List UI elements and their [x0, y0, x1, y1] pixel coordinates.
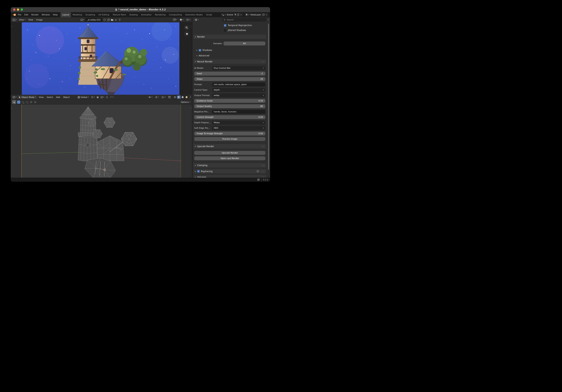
menu-render[interactable]: Render [30, 12, 40, 17]
select-mode-extend-button[interactable]: + [21, 101, 24, 104]
fullscreen-window-button[interactable] [21, 9, 23, 11]
drag-handle-icon[interactable]: :::: [261, 170, 265, 172]
scene-selector[interactable]: ▾ Scene × [221, 13, 243, 17]
unlink-scene-icon[interactable]: × [240, 13, 242, 16]
transform-orientation-dropdown[interactable]: Global ▾ [76, 96, 90, 98]
pivot-point-button[interactable]: ▾ [90, 95, 95, 99]
depth-preprocessor-dropdown[interactable]: Midas ▾ [212, 121, 265, 125]
pin-icon[interactable] [234, 13, 236, 16]
tab-modeling[interactable]: Modeling [71, 12, 84, 17]
search-box[interactable] [222, 18, 267, 22]
select-mode-intersect-button[interactable] [34, 101, 37, 104]
shadows-subpanel[interactable]: ▸ ✓ Shadows [194, 48, 265, 53]
tab-rendering[interactable]: Rendering [153, 12, 167, 17]
tab-texture-paint[interactable]: Texture Paint [111, 12, 128, 17]
viewport-menu-view[interactable]: View [37, 96, 45, 98]
toolbar-expand-icon[interactable]: › [12, 25, 12, 27]
properties-editor-type-button[interactable]: ▾ [194, 18, 199, 22]
tab-layout[interactable]: Layout [60, 12, 71, 17]
show-overlays-button[interactable]: ▾ [161, 95, 166, 99]
raytracing-panel-header[interactable]: ▸ ✓ Raytracing :::: [193, 169, 266, 173]
shading-rendered-button[interactable] [185, 95, 188, 99]
render-panel-header[interactable]: ▾ Render [193, 35, 266, 39]
show-gizmo-button[interactable]: ▾ [154, 95, 160, 99]
tab-compositing[interactable]: Compositing [167, 12, 184, 17]
upscale-render-button[interactable]: Upscale Render [194, 151, 265, 155]
image-name-field[interactable]: _ai.webp.010 [85, 18, 103, 22]
tab-shading[interactable]: Shading [128, 12, 140, 17]
ai-model-dropdown[interactable]: Flux Control Net ▾ [212, 66, 265, 70]
shading-options-chevron-icon[interactable]: ▾ [190, 96, 191, 98]
object-mode-dropdown[interactable]: Object Mode ▾ [18, 95, 37, 99]
drag-handle-icon[interactable]: :::: [261, 60, 265, 63]
image-editor-mode-dropdown[interactable]: View ▾ [18, 19, 26, 21]
sidebar-expand-icon[interactable]: ‹ [191, 107, 192, 109]
new-image-button[interactable] [107, 18, 110, 22]
properties-scrollbar[interactable] [268, 24, 269, 176]
image-editor-area[interactable]: › ‹ [11, 22, 192, 95]
prompt-field[interactable]: old castle, nebulae space, glare [212, 83, 265, 86]
proportional-edit-button[interactable] [105, 95, 109, 99]
viewport-menu-add[interactable]: Add [55, 96, 61, 98]
steps-slider[interactable]: Steps 28 [194, 77, 265, 81]
snap-settings-button[interactable]: ▾ [100, 95, 105, 99]
guidance-scale-slider[interactable]: Guidance Scale 4.50 [194, 99, 265, 103]
new-scene-icon[interactable] [237, 13, 239, 16]
drag-handle-icon[interactable]: :::: [261, 145, 265, 147]
zoom-button[interactable] [185, 25, 189, 30]
pan-button[interactable] [185, 31, 189, 36]
scrollbar-thumb[interactable] [268, 24, 269, 170]
open-image-button[interactable] [110, 18, 114, 22]
image-editor-menu-view[interactable]: View [27, 19, 34, 21]
remove-viewlayer-icon[interactable]: × [265, 13, 268, 16]
raytracing-checkbox[interactable]: ✓ [197, 170, 200, 173]
neural-render-panel-header[interactable]: ▾ Neural Render :::: [193, 59, 266, 64]
list-icon[interactable] [257, 170, 259, 172]
samples-field[interactable]: 64 [223, 42, 265, 46]
pin-id-button[interactable] [118, 18, 121, 22]
negative-prompt-field[interactable]: hands, faces, humans [212, 110, 265, 114]
select-mode-new-button[interactable] [17, 101, 20, 104]
shading-wireframe-button[interactable] [173, 95, 177, 99]
display-channels-button[interactable]: ▾ [179, 18, 184, 22]
render-slot-button[interactable]: ▾ [172, 18, 178, 22]
active-tool-button[interactable] [12, 100, 16, 104]
proportional-falloff-button[interactable]: ▾ [109, 95, 114, 99]
close-window-button[interactable] [13, 9, 15, 11]
tab-script[interactable]: Script [204, 12, 214, 17]
browse-image-button[interactable]: ▾ [80, 18, 85, 22]
snap-toggle-button[interactable] [96, 95, 100, 99]
tool-options-dropdown[interactable]: Options ▾ [181, 101, 191, 103]
viewport-menu-select[interactable]: Select [45, 96, 54, 98]
shading-solid-button[interactable] [177, 95, 181, 99]
drag-handle-icon[interactable]: :::: [261, 176, 265, 178]
select-mode-invert-button[interactable] [29, 101, 33, 104]
jittered-shadows-checkbox[interactable] [224, 29, 226, 32]
viewport-area[interactable]: › ‹ [11, 104, 192, 178]
toggle-xray-button[interactable] [168, 95, 172, 99]
soft-edge-dropdown[interactable]: HED ▾ [212, 126, 265, 130]
menu-window[interactable]: Window [40, 12, 51, 17]
object-visibility-button[interactable]: ▾ [147, 95, 153, 99]
output-quality-slider[interactable]: Output Quality 80 [194, 104, 265, 108]
advanced-subpanel[interactable]: ▸ Advanced [194, 53, 265, 58]
tab-animation[interactable]: Animation [139, 12, 153, 17]
sidebar-expand-icon[interactable]: ‹ [191, 25, 192, 27]
tab-sculpting[interactable]: Sculpting [84, 12, 97, 17]
minimize-window-button[interactable] [17, 9, 19, 11]
image-editor-menu-image[interactable]: Image [35, 19, 44, 21]
drag-handle-icon[interactable]: :::: [261, 164, 265, 166]
blender-logo-icon[interactable] [12, 13, 16, 16]
menu-help[interactable]: Help [51, 12, 59, 17]
control-strength-slider[interactable]: Control Strength 0.50 [194, 115, 265, 119]
temporal-reprojection-checkbox[interactable]: ✓ [224, 24, 226, 27]
tab-geometry-nodes[interactable]: Geometry Nodes [184, 12, 204, 17]
upscale-panel-header[interactable]: ▾ Upscale Render :::: [193, 144, 266, 148]
fake-user-button[interactable] [103, 18, 106, 22]
shading-material-button[interactable] [181, 95, 185, 99]
image-to-image-slider[interactable]: Image To Image Strength 0.50 [194, 131, 265, 135]
clamping-panel-header[interactable]: ▸ Clamping :::: [193, 163, 266, 167]
view-settings-button[interactable]: ▾ [186, 18, 191, 22]
process-image-button[interactable]: Process Image [194, 137, 265, 141]
search-input[interactable] [227, 19, 265, 21]
